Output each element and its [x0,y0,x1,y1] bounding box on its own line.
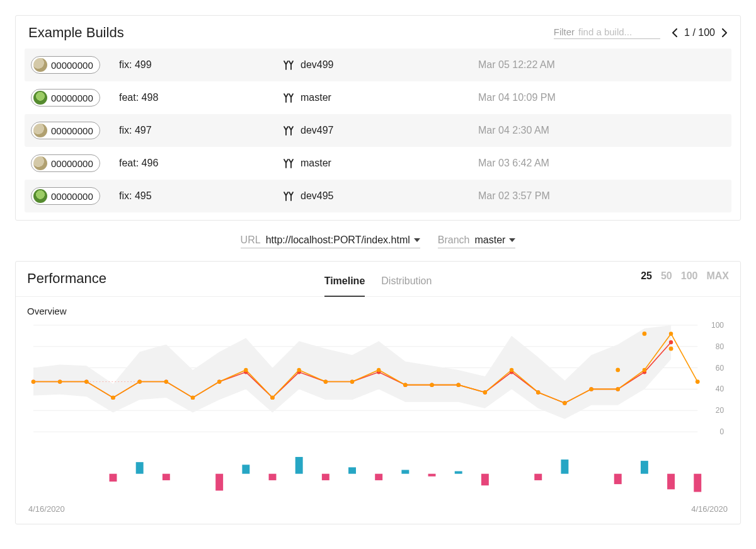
branch-icon [283,190,294,202]
svg-point-61 [643,368,646,372]
svg-rect-81 [375,474,382,480]
svg-point-45 [217,379,221,383]
branch-icon [283,158,294,169]
svg-text:100: 100 [711,321,724,330]
svg-rect-85 [614,474,622,484]
svg-point-56 [510,368,513,372]
svg-text:60: 60 [716,364,724,373]
branch-select-label: Branch [438,234,470,246]
svg-point-38 [32,379,35,383]
svg-point-49 [324,379,328,383]
range-100[interactable]: 100 [681,270,698,282]
performance-header: Performance TimelineDistribution 2550100… [16,262,740,297]
avatar [33,189,47,203]
avatar [33,124,47,137]
commit-hash: 00000000 [51,158,93,169]
chart-date-right: 4/16/2020 [691,504,728,514]
build-time: Mar 04 2:30 AM [478,125,725,136]
build-time: Mar 04 10:09 PM [478,92,725,103]
branch-name: master [301,92,331,103]
build-row[interactable]: 00000000fix: 497dev497Mar 04 2:30 AM [25,114,731,147]
commit-message: feat: 496 [119,158,283,169]
svg-point-37 [669,340,673,344]
svg-point-63 [616,368,620,373]
commit-hash: 00000000 [51,125,93,136]
svg-rect-72 [401,470,409,474]
pager-position: 1 / 100 [684,27,715,38]
tab-timeline[interactable]: Timeline [324,275,365,297]
svg-point-57 [536,390,540,394]
build-row[interactable]: 00000000fix: 499dev499Mar 05 12:22 AM [25,49,731,81]
svg-point-51 [377,368,381,372]
avatar [33,58,47,72]
build-row[interactable]: 00000000feat: 498masterMar 04 10:09 PM [25,81,731,114]
branch-icon [283,92,294,103]
svg-rect-77 [163,474,170,480]
pager-prev-button[interactable] [672,28,679,37]
commit-hash-pill[interactable]: 00000000 [31,122,100,139]
branch-select-value: master [474,234,505,246]
svg-point-42 [137,379,141,383]
svg-point-52 [403,383,407,386]
filter-input[interactable] [578,26,660,37]
svg-point-54 [457,383,461,386]
svg-point-40 [84,379,88,383]
svg-point-60 [616,387,620,391]
performance-card: Performance TimelineDistribution 2550100… [15,261,741,524]
overview-label: Overview [27,306,729,316]
pager-next-button[interactable] [720,28,728,37]
svg-text:20: 20 [716,406,724,415]
svg-point-53 [430,383,433,386]
branch-name: dev497 [301,125,334,136]
svg-point-65 [669,347,673,351]
url-select[interactable]: URL http://localhost:PORT/index.html [241,234,420,248]
range-25[interactable]: 25 [641,270,652,282]
builds-header-controls: Filter 1 / 100 [554,26,728,39]
branch-icon [283,125,294,136]
svg-point-50 [350,379,354,383]
chevron-right-icon [720,28,728,37]
commit-hash-pill[interactable]: 00000000 [31,187,100,205]
commit-message: fix: 495 [119,190,283,202]
svg-rect-73 [455,471,462,474]
range-max[interactable]: MAX [706,270,729,282]
svg-rect-80 [322,474,329,480]
url-select-label: URL [241,234,261,246]
build-row[interactable]: 00000000feat: 496masterMar 03 6:42 AM [25,147,731,180]
branch-select[interactable]: Branch master [438,234,516,248]
builds-card: Example Builds Filter 1 / 100 00000000fi… [15,15,741,221]
filter-field[interactable]: Filter [554,26,660,39]
build-time: Mar 03 6:42 AM [478,158,725,169]
svg-point-46 [244,368,248,372]
performance-tabs: TimelineDistribution [324,275,432,296]
commit-hash: 00000000 [51,191,93,202]
svg-rect-82 [428,474,436,477]
svg-point-43 [164,379,168,383]
svg-text:40: 40 [716,384,724,393]
svg-point-44 [191,396,195,400]
svg-rect-76 [110,474,117,482]
overview-chart: 020406080100 [27,319,729,500]
commit-hash: 00000000 [51,93,93,103]
svg-rect-75 [641,461,648,474]
build-row[interactable]: 00000000fix: 495dev495Mar 02 3:57 PM [25,180,731,212]
commit-hash-pill[interactable]: 00000000 [31,56,100,74]
svg-line-66 [671,333,697,381]
svg-rect-86 [667,474,675,490]
svg-rect-74 [561,459,568,474]
overview-chart-svg: 020406080100 [27,319,729,500]
branch-icon [283,59,294,71]
branch-name: master [301,158,331,169]
svg-rect-70 [295,457,303,474]
svg-point-64 [643,332,647,336]
commit-hash-pill[interactable]: 00000000 [31,89,100,107]
svg-rect-68 [136,462,144,473]
tab-distribution[interactable]: Distribution [381,275,432,296]
svg-rect-84 [534,474,542,480]
range-50[interactable]: 50 [661,270,672,282]
svg-point-48 [297,368,301,372]
commit-hash-pill[interactable]: 00000000 [31,154,100,172]
commit-message: fix: 499 [119,59,283,71]
svg-text:0: 0 [719,427,724,436]
svg-text:80: 80 [716,342,724,351]
